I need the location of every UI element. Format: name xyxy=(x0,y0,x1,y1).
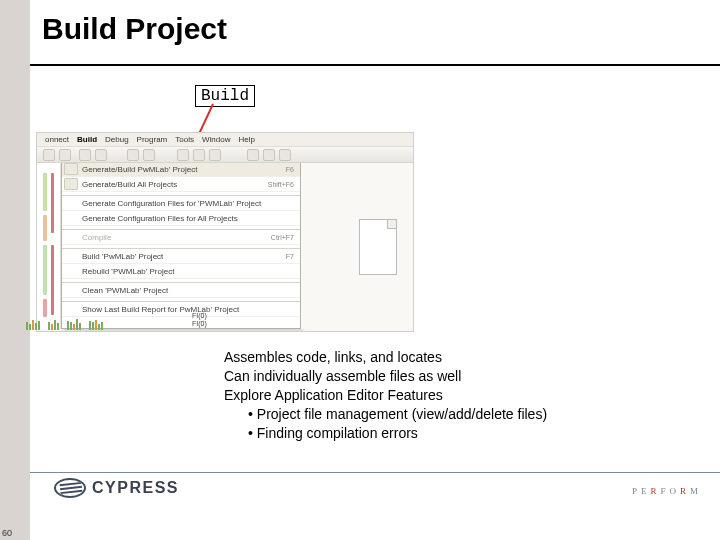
toolbar-button xyxy=(43,149,55,161)
perform-m: M xyxy=(690,486,702,496)
perform-r: R xyxy=(650,486,660,496)
menu-help: Help xyxy=(238,135,254,144)
menu-item-rebuild-project: Rebuild 'PWMLab' Project xyxy=(62,264,300,279)
toolbar-button xyxy=(279,149,291,161)
slide-title: Build Project xyxy=(42,12,227,46)
menu-item-label: Build 'PwMLab' Project xyxy=(82,252,280,261)
menu-item-clean-project: Clean 'PWMLab' Project xyxy=(62,283,300,298)
timeline-tick xyxy=(95,320,97,330)
timeline-tick xyxy=(73,324,75,330)
gutter-bar xyxy=(43,215,47,241)
timeline-tick xyxy=(32,320,34,330)
divider-top xyxy=(30,64,720,66)
menubar: onnect Build Debug Program Tools Window … xyxy=(37,133,413,147)
gutter-bar xyxy=(43,245,47,295)
menu-item-shortcut: F7 xyxy=(286,253,294,260)
menu-item-compile: Compile Ctrl+F7 xyxy=(62,230,300,245)
perform-tagline: PERFORM xyxy=(632,486,702,496)
slide-number: 60 xyxy=(2,528,12,538)
toolbar-button xyxy=(127,149,139,161)
gutter-bar xyxy=(43,173,47,211)
timeline-tick xyxy=(101,322,103,330)
fi-label-1: FI(0) xyxy=(192,320,207,328)
timeline-tick xyxy=(79,323,81,330)
perform-r2: R xyxy=(680,486,690,496)
slide: Build Project Build onnect Build Debug P… xyxy=(0,0,720,540)
menu-item-generate-build-all: Generate/Build All Projects Shift+F6 xyxy=(62,177,300,192)
menu-build: Build xyxy=(77,135,97,144)
timeline-tick xyxy=(48,322,50,330)
menu-item-label: Compile xyxy=(82,233,265,242)
perform-e: E xyxy=(641,486,651,496)
build-all-icon xyxy=(64,178,78,190)
timeline-strip xyxy=(26,312,414,330)
toolbar xyxy=(37,147,413,163)
build-callout: Build xyxy=(195,85,255,107)
body-bullets: Project file management (view/add/delete… xyxy=(248,405,547,443)
timeline-tick xyxy=(89,321,91,330)
divider-bottom xyxy=(30,472,720,473)
timeline-tick xyxy=(92,322,94,330)
timeline-tick xyxy=(70,322,72,330)
toolbar-button xyxy=(247,149,259,161)
menu-item-gen-config-all: Generate Configuration Files for All Pro… xyxy=(62,211,300,226)
gutter-bar xyxy=(51,245,54,315)
toolbar-button xyxy=(177,149,189,161)
menu-tools: Tools xyxy=(175,135,194,144)
menu-item-label: Rebuild 'PWMLab' Project xyxy=(82,267,294,276)
menu-item-shortcut: F6 xyxy=(286,166,294,173)
menu-item-label: Generate/Build PwMLab' Project xyxy=(82,165,280,174)
body-bullet-2: Finding compilation errors xyxy=(248,424,547,443)
left-gutter xyxy=(37,163,61,329)
timeline-tick xyxy=(98,324,100,330)
toolbar-button xyxy=(59,149,71,161)
logo-text: CYPRESS xyxy=(92,479,179,497)
build-menu-dropdown: Generate/Build PwMLab' Project F6 Genera… xyxy=(61,161,301,329)
menu-connect: onnect xyxy=(45,135,69,144)
body-line-3: Explore Application Editor Features xyxy=(224,386,547,405)
timeline-tick xyxy=(38,321,40,330)
menu-item-shortcut: Shift+F6 xyxy=(268,181,294,188)
menu-debug: Debug xyxy=(105,135,129,144)
timeline-tick xyxy=(35,323,37,330)
timeline-tick xyxy=(76,319,78,330)
menu-item-build-project: Build 'PwMLab' Project F7 xyxy=(62,249,300,264)
timeline-tick xyxy=(67,321,69,330)
timeline-tick xyxy=(51,324,53,330)
menu-program: Program xyxy=(137,135,168,144)
ide-screenshot: onnect Build Debug Program Tools Window … xyxy=(36,132,414,332)
perform-o: O xyxy=(669,486,680,496)
body-text: Assembles code, links, and locates Can i… xyxy=(224,348,547,442)
menu-item-shortcut: Ctrl+F7 xyxy=(271,234,294,241)
logo-oval-icon xyxy=(54,478,86,498)
toolbar-button xyxy=(263,149,275,161)
left-band xyxy=(0,0,30,540)
toolbar-button xyxy=(143,149,155,161)
gutter-bar xyxy=(51,173,54,233)
menu-item-label: Generate/Build All Projects xyxy=(82,180,262,189)
menu-window: Window xyxy=(202,135,230,144)
menu-item-label: Generate Configuration Files for All Pro… xyxy=(82,214,294,223)
fi-labels: FI(0) FI(0) xyxy=(192,312,207,328)
ide-body: Generate/Build PwMLab' Project F6 Genera… xyxy=(37,163,413,329)
menu-item-gen-config-project: Generate Configuration Files for 'PWMLab… xyxy=(62,196,300,211)
page-preview xyxy=(359,219,397,275)
body-bullet-1: Project file management (view/add/delete… xyxy=(248,405,547,424)
build-icon xyxy=(64,163,78,175)
cypress-logo: CYPRESS xyxy=(54,478,179,498)
menu-item-generate-build-project: Generate/Build PwMLab' Project F6 xyxy=(62,162,300,177)
perform-p: P xyxy=(632,486,641,496)
timeline-tick xyxy=(26,322,28,330)
toolbar-button xyxy=(95,149,107,161)
fi-label-0: FI(0) xyxy=(192,312,207,320)
toolbar-button xyxy=(193,149,205,161)
timeline-tick xyxy=(54,320,56,330)
toolbar-button xyxy=(209,149,221,161)
timeline-tick xyxy=(57,323,59,330)
editor-area xyxy=(301,163,413,329)
menu-item-label: Generate Configuration Files for 'PWMLab… xyxy=(82,199,294,208)
menu-item-label: Clean 'PWMLab' Project xyxy=(82,286,294,295)
body-line-2: Can individually assemble files as well xyxy=(224,367,547,386)
body-line-1: Assembles code, links, and locates xyxy=(224,348,547,367)
toolbar-button xyxy=(79,149,91,161)
